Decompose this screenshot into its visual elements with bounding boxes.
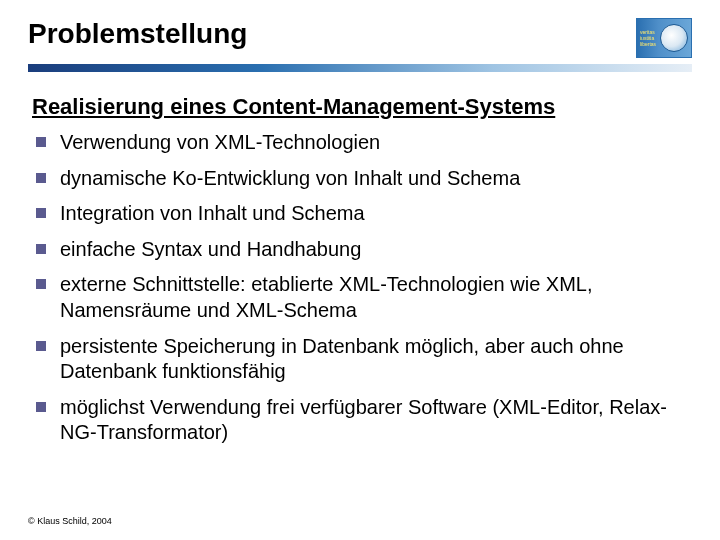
header-gradient-divider bbox=[28, 64, 692, 72]
logo-seal-icon bbox=[660, 24, 688, 52]
logo-word-3: libertas bbox=[640, 41, 656, 47]
content-subtitle: Realisierung eines Content-Management-Sy… bbox=[32, 94, 688, 120]
content-area: Realisierung eines Content-Management-Sy… bbox=[28, 72, 692, 446]
list-item: dynamische Ko-Entwicklung von Inhalt und… bbox=[32, 166, 688, 192]
list-item: einfache Syntax und Handhabung bbox=[32, 237, 688, 263]
slide-title: Problemstellung bbox=[28, 18, 247, 50]
list-item: Verwendung von XML-Technologien bbox=[32, 130, 688, 156]
list-item: Integration von Inhalt und Schema bbox=[32, 201, 688, 227]
university-logo: veritas iustitia libertas bbox=[636, 18, 692, 58]
list-item: externe Schnittstelle: etablierte XML-Te… bbox=[32, 272, 688, 323]
list-item: persistente Speicherung in Datenbank mög… bbox=[32, 334, 688, 385]
list-item: möglichst Verwendung frei verfügbarer So… bbox=[32, 395, 688, 446]
footer-copyright: © Klaus Schild, 2004 bbox=[28, 516, 112, 526]
logo-motto: veritas iustitia libertas bbox=[640, 29, 656, 47]
bullet-list: Verwendung von XML-Technologien dynamisc… bbox=[32, 130, 688, 446]
title-row: Problemstellung veritas iustitia liberta… bbox=[28, 18, 692, 58]
slide: Problemstellung veritas iustitia liberta… bbox=[0, 0, 720, 540]
